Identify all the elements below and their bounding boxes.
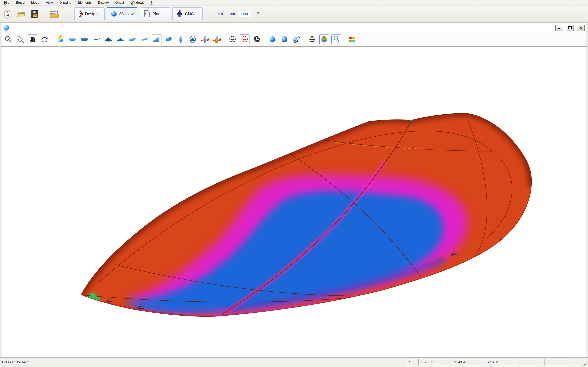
smooth-sphere-icon[interactable] xyxy=(279,34,289,44)
light-icon[interactable] xyxy=(55,34,65,44)
status-empty-panel-1 xyxy=(519,359,541,366)
maximize-icon xyxy=(568,26,572,29)
plan-icon xyxy=(143,10,150,18)
status-empty-panel-3 xyxy=(571,359,580,366)
menu-windows[interactable]: Windows xyxy=(127,0,147,5)
status-y-panel: Y: 43.4" xyxy=(452,359,483,366)
document-icon xyxy=(3,25,9,31)
status-unit-panel: " xyxy=(407,359,415,366)
view-toolbar xyxy=(1,32,587,47)
menu-mode[interactable]: Mode xyxy=(28,0,43,5)
board-perspective-1-icon[interactable] xyxy=(128,34,138,44)
menu-help[interactable]: ? xyxy=(147,0,155,5)
menu-view[interactable]: View xyxy=(43,0,56,5)
compare-sections-icon[interactable] xyxy=(331,34,341,44)
plan-button[interactable]: Plan xyxy=(140,7,170,20)
texture-paint-icon[interactable] xyxy=(292,34,301,44)
cnc-button[interactable]: CNC xyxy=(172,7,203,20)
document-window: C:\users\dennery\My Documents\hotelcalif… xyxy=(1,23,587,357)
viewport-3d[interactable] xyxy=(1,47,587,357)
menu-bar: File Board Mode View Drawing Elements Di… xyxy=(0,0,588,6)
board-side-view-icon[interactable] xyxy=(176,34,186,44)
maximize-button[interactable] xyxy=(566,25,574,31)
board-back-view-icon[interactable] xyxy=(116,34,125,44)
menu-ghost[interactable]: Ghost xyxy=(112,0,127,5)
unit-selector: cm mm inch in/f xyxy=(216,11,261,17)
design-label: Design xyxy=(85,12,98,16)
rotate-3d-icon[interactable] xyxy=(40,34,49,44)
open-file-icon[interactable] xyxy=(16,8,26,20)
unit-inch[interactable]: inch xyxy=(239,11,250,17)
svg-text:1: 1 xyxy=(52,16,53,17)
menu-display[interactable]: Display xyxy=(95,0,112,5)
measure-icon[interactable]: 1 0 xyxy=(49,8,60,20)
design-icon xyxy=(78,10,83,18)
pan-icon[interactable] xyxy=(27,34,37,44)
status-empty-panel-2 xyxy=(545,359,568,366)
board-perspective-4-icon[interactable] xyxy=(164,34,173,44)
svg-text:0: 0 xyxy=(56,16,57,17)
menu-elements[interactable]: Elements xyxy=(75,0,95,5)
thickness-map-icon[interactable] xyxy=(307,34,317,44)
minimize-icon xyxy=(557,26,561,29)
cnc-label: CNC xyxy=(185,12,194,16)
close-icon xyxy=(579,26,583,29)
zoom-icon[interactable] xyxy=(3,34,13,44)
rotate-yaw-step-icon[interactable] xyxy=(212,34,222,44)
main-toolbar: 1 0 Design 3D view Plan xyxy=(0,6,588,23)
save-icon[interactable] xyxy=(29,8,40,20)
document-titlebar[interactable]: C:\users\dennery\My Documents\hotelcalif… xyxy=(1,23,587,32)
board-front-view-icon[interactable] xyxy=(104,34,113,44)
wireframe-mesh-icon[interactable] xyxy=(252,34,261,44)
status-z-panel: Z: 0.0" xyxy=(486,359,516,366)
zoom-window-icon[interactable] xyxy=(16,34,25,44)
document-title: C:\users\dennery\My Documents\hotelcalif… xyxy=(11,25,552,30)
wireframe-slices-icon[interactable] xyxy=(240,34,250,44)
minimize-button[interactable] xyxy=(555,25,563,31)
wireframe-sphere-icon[interactable] xyxy=(228,34,237,44)
menu-file[interactable]: File xyxy=(1,0,13,5)
status-x-panel: X: 23.6" xyxy=(418,359,449,366)
shaded-sphere-icon[interactable] xyxy=(268,34,277,44)
design-button[interactable]: Design xyxy=(74,7,104,20)
close-button[interactable] xyxy=(577,25,585,31)
3d-view-icon xyxy=(111,11,117,17)
rotate-pitch-icon[interactable] xyxy=(188,34,198,44)
board-top-view-icon[interactable] xyxy=(67,34,77,44)
resize-grip[interactable] xyxy=(582,361,587,367)
color-palette-icon[interactable] xyxy=(347,34,357,44)
board-perspective-3-icon[interactable] xyxy=(152,34,162,44)
3d-view-label: 3D view xyxy=(119,12,134,16)
curvature-map-icon[interactable] xyxy=(319,34,329,44)
board-bottom-view-icon[interactable] xyxy=(79,34,89,44)
unit-cm[interactable]: cm xyxy=(216,11,225,17)
board-rocker-view-icon[interactable] xyxy=(91,34,101,44)
board-3d-render xyxy=(1,47,587,357)
board-perspective-2-icon[interactable] xyxy=(140,34,149,44)
new-board-icon[interactable] xyxy=(2,8,13,20)
menu-board[interactable]: Board xyxy=(13,0,28,5)
unit-mm[interactable]: mm xyxy=(226,11,237,17)
status-help-text: Press F1 for help xyxy=(2,360,404,364)
menu-drawing[interactable]: Drawing xyxy=(56,0,75,5)
status-bar: Press F1 for help " X: 23.6" Y: 43.4" Z:… xyxy=(0,357,588,367)
3d-view-button[interactable]: 3D view xyxy=(107,7,137,20)
plan-label: Plan xyxy=(152,12,160,16)
cnc-icon xyxy=(176,10,183,18)
rotate-yaw-icon[interactable] xyxy=(200,34,210,44)
unit-inf[interactable]: in/f xyxy=(251,11,261,17)
